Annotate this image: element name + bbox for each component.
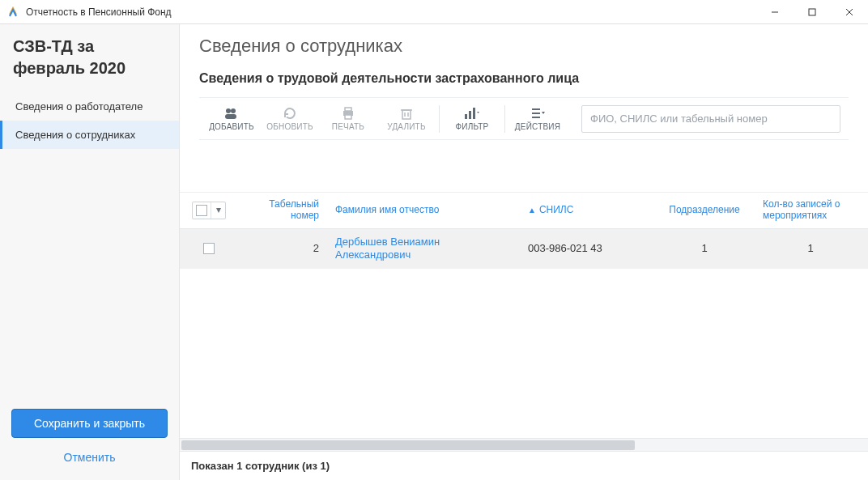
table-body: 2 Дербышев Вениамин Александрович 003-98…	[180, 229, 868, 438]
search-box[interactable]	[581, 105, 840, 133]
toolbar: ДОБАВИТЬ ОБНОВИТЬ ПЕЧАТЬ	[199, 97, 849, 140]
cell-fio-link[interactable]: Дербышев Вениамин Александрович	[327, 229, 520, 269]
search-input[interactable]	[590, 113, 832, 125]
window-maximize-button[interactable]	[794, 0, 831, 24]
svg-point-4	[226, 108, 231, 113]
sort-asc-icon: ▲	[528, 206, 536, 215]
column-header-checkbox[interactable]: ▾	[180, 193, 238, 228]
column-header-tabnum[interactable]: Табельный номер	[238, 193, 327, 228]
sidebar-item-employer-info[interactable]: Сведения о работодателе	[0, 92, 179, 121]
window-minimize-button[interactable]	[756, 0, 794, 24]
column-header-records[interactable]: Кол-во записей о мероприятиях	[755, 193, 866, 228]
tool-label: ДОБАВИТЬ	[209, 122, 254, 131]
tool-label: УДАЛИТЬ	[387, 122, 425, 131]
window-close-button[interactable]	[831, 0, 868, 24]
trash-icon	[398, 106, 415, 121]
toolbar-separator	[439, 105, 440, 133]
content-area: Сведения о сотрудниках Сведения о трудов…	[180, 24, 868, 480]
column-label: Табельный номер	[246, 199, 319, 222]
svg-rect-15	[469, 111, 471, 119]
svg-rect-1	[809, 9, 815, 15]
table-row[interactable]: 2 Дербышев Вениамин Александрович 003-98…	[180, 229, 868, 270]
svg-rect-6	[225, 114, 236, 119]
svg-rect-10	[402, 110, 411, 119]
tool-label: ПЕЧАТЬ	[332, 122, 364, 131]
cell-tabnum: 2	[238, 229, 327, 269]
page-title: Сведения о сотрудниках	[199, 36, 849, 57]
tool-label: ОБНОВИТЬ	[266, 122, 313, 131]
tool-label: ДЕЙСТВИЯ	[515, 122, 560, 131]
cell-snils: 003-986-021 43	[520, 229, 654, 269]
sidebar-item-label: Сведения о сотрудниках	[15, 129, 135, 141]
column-header-snils[interactable]: ▲ СНИЛС	[520, 193, 654, 228]
cell-records: 1	[755, 229, 866, 269]
refresh-button[interactable]: ОБНОВИТЬ	[261, 103, 319, 134]
sidebar-item-label: Сведения о работодателе	[15, 100, 143, 113]
svg-point-5	[231, 108, 236, 113]
print-button[interactable]: ПЕЧАТЬ	[319, 103, 377, 134]
column-label: СНИЛС	[539, 205, 574, 216]
sidebar-nav: Сведения о работодателе Сведения о сотру…	[0, 92, 179, 149]
users-plus-icon	[223, 106, 240, 121]
select-all-dropdown[interactable]: ▾	[192, 202, 226, 219]
row-checkbox-cell[interactable]	[180, 229, 238, 269]
column-label: Фамилия имя отчество	[335, 205, 439, 216]
print-icon	[340, 106, 356, 121]
svg-rect-9	[345, 115, 351, 119]
svg-rect-16	[473, 108, 475, 119]
add-button[interactable]: ДОБАВИТЬ	[202, 103, 261, 134]
actions-button[interactable]: ДЕЙСТВИЯ	[508, 103, 567, 134]
chevron-down-icon: ▾	[211, 202, 225, 219]
table-summary: Показан 1 сотрудник (из 1)	[180, 451, 868, 480]
column-header-fio[interactable]: Фамилия имя отчество	[327, 193, 520, 228]
scrollbar-thumb[interactable]	[181, 440, 635, 450]
filter-button[interactable]: ФИЛЬТР	[443, 103, 501, 134]
window-title: Отчетность в Пенсионный Фонд	[26, 6, 172, 18]
employees-table: ▾ Табельный номер Фамилия имя отчество ▲…	[180, 192, 868, 480]
sidebar: СЗВ-ТД за февраль 2020 Сведения о работо…	[0, 24, 180, 480]
cell-department: 1	[654, 229, 755, 269]
list-menu-icon	[530, 106, 546, 121]
page-subtitle: Сведения о трудовой деятельности застрах…	[199, 71, 849, 86]
title-bar: Отчетность в Пенсионный Фонд	[0, 0, 868, 24]
checkbox-icon	[196, 205, 207, 216]
horizontal-scrollbar[interactable]	[180, 438, 868, 451]
table-header-row: ▾ Табельный номер Фамилия имя отчество ▲…	[180, 193, 868, 229]
app-icon	[6, 6, 19, 19]
column-label: Подразделение	[669, 205, 739, 216]
form-title: СЗВ-ТД за февраль 2020	[0, 24, 179, 87]
save-and-close-button[interactable]: Сохранить и закрыть	[11, 409, 168, 438]
refresh-icon	[282, 106, 298, 121]
svg-rect-14	[465, 114, 467, 119]
svg-rect-8	[345, 108, 351, 111]
cancel-button[interactable]: Отменить	[11, 444, 168, 470]
toolbar-separator	[504, 105, 505, 133]
column-label: Кол-во записей о мероприятиях	[763, 199, 858, 222]
filter-icon	[464, 106, 480, 121]
checkbox-icon	[203, 243, 215, 254]
tool-label: ФИЛЬТР	[456, 122, 489, 131]
delete-button[interactable]: УДАЛИТЬ	[377, 103, 436, 134]
column-header-department[interactable]: Подразделение	[654, 193, 755, 228]
sidebar-item-employees-info[interactable]: Сведения о сотрудниках	[0, 121, 179, 149]
